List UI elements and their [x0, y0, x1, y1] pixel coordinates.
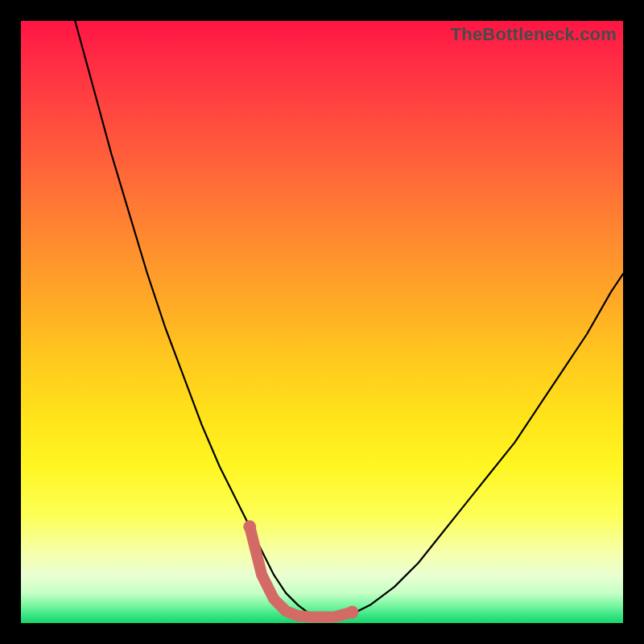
chart-svg — [21, 21, 623, 623]
outer-frame: TheBottleneck.com — [0, 0, 644, 644]
bottleneck-curve-line — [75, 21, 623, 617]
optimal-range-end-dot — [345, 606, 358, 619]
optimal-range-line — [250, 526, 352, 617]
optimal-range-markers — [243, 520, 358, 618]
plot-area: TheBottleneck.com — [21, 21, 623, 623]
optimal-range-end-dot — [243, 520, 256, 533]
